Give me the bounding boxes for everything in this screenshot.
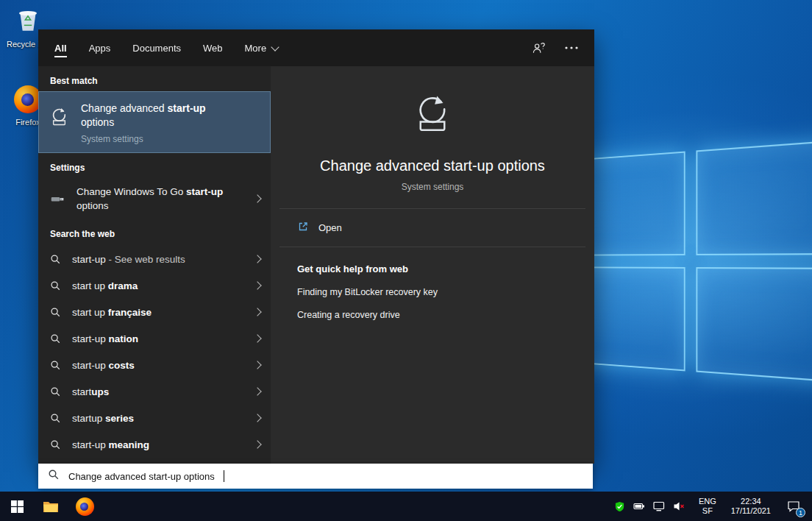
network-icon[interactable] <box>653 500 665 512</box>
chevron-right-icon <box>253 308 261 316</box>
chevron-right-icon <box>253 414 261 422</box>
suggestion-text: start up drama <box>72 280 138 291</box>
windows-logo-icon <box>11 500 24 513</box>
start-search-panel: All Apps Documents Web More <box>38 29 594 464</box>
feedback-icon[interactable] <box>532 41 546 55</box>
tab-more-label: More <box>245 43 267 54</box>
chevron-right-icon <box>253 334 261 342</box>
advanced-startup-icon <box>49 107 70 152</box>
suggestion-text: start-up - See web results <box>72 254 185 265</box>
file-explorer-button[interactable] <box>34 492 68 521</box>
search-icon <box>50 360 61 371</box>
web-suggestion-row[interactable]: startups <box>38 378 271 405</box>
web-suggestion-list: start-up - See web resultsstart up drama… <box>38 244 271 458</box>
tab-apps[interactable]: Apps <box>89 29 111 66</box>
search-input[interactable]: Change advanced start-up options <box>68 471 215 482</box>
best-match-header: Best match <box>38 66 271 91</box>
clock[interactable]: 22:34 17/11/2021 <box>724 492 778 521</box>
suggestion-text: start-up meaning <box>72 439 149 450</box>
search-icon <box>50 386 61 397</box>
tab-all[interactable]: All <box>54 29 67 66</box>
help-link-recovery-drive[interactable]: Creating a recovery drive <box>297 310 568 320</box>
chevron-right-icon <box>253 194 261 202</box>
time-text: 22:34 <box>741 497 761 506</box>
tab-documents[interactable]: Documents <box>132 29 181 66</box>
search-icon <box>50 333 61 344</box>
settings-result-text: Change Windows To Go start-up options <box>76 185 225 213</box>
tab-web[interactable]: Web <box>203 29 223 66</box>
chevron-right-icon <box>253 440 261 448</box>
preview-panel: Change advanced start-up options System … <box>271 66 594 464</box>
open-label: Open <box>318 222 342 233</box>
tab-more[interactable]: More <box>245 29 279 66</box>
volume-muted-icon[interactable] <box>673 500 685 512</box>
tab-all-label: All <box>54 43 67 54</box>
battery-icon[interactable] <box>633 500 645 512</box>
action-center-button[interactable]: 1 <box>778 492 812 521</box>
settings-result[interactable]: Change Windows To Go start-up options <box>38 178 271 219</box>
web-suggestion-row[interactable]: start-up meaning <box>38 431 271 458</box>
date-text: 17/11/2021 <box>731 506 771 516</box>
desktop: Recycle Bin Firefox All Apps Documents W… <box>0 0 812 521</box>
file-explorer-icon <box>42 497 60 515</box>
preview-subtitle: System settings <box>402 182 464 192</box>
help-link-bitlocker[interactable]: Finding my BitLocker recovery key <box>297 287 568 297</box>
web-suggestion-row[interactable]: start-up - See web results <box>38 246 271 272</box>
firefox-icon <box>76 497 94 516</box>
wallpaper-pane <box>696 267 812 382</box>
chevron-right-icon <box>253 387 261 395</box>
open-icon <box>297 221 309 235</box>
tab-documents-label: Documents <box>132 43 181 54</box>
suggestion-text: startups <box>72 386 109 397</box>
suggestion-text: start up française <box>72 307 152 318</box>
language-indicator[interactable]: ENG SF <box>691 492 724 521</box>
more-options-icon[interactable] <box>565 46 578 49</box>
search-icon <box>50 280 61 291</box>
web-suggestion-row[interactable]: start-up costs <box>38 352 271 378</box>
tab-apps-label: Apps <box>89 43 111 54</box>
chevron-down-icon <box>271 43 279 51</box>
open-action[interactable]: Open <box>271 209 594 247</box>
taskbar: ENG SF 22:34 17/11/2021 1 <box>0 492 812 521</box>
suggestion-text: startup series <box>72 413 134 424</box>
search-icon <box>50 439 61 450</box>
language-code: ENG <box>699 497 716 506</box>
search-web-header: Search the web <box>38 219 271 244</box>
search-icon <box>48 469 60 483</box>
notification-badge: 1 <box>796 508 805 517</box>
suggestion-text: start-up costs <box>72 360 135 371</box>
search-box[interactable]: Change advanced start-up options <box>38 464 593 489</box>
web-suggestion-row[interactable]: startup series <box>38 405 271 431</box>
suggestion-text: start-up nation <box>72 333 138 344</box>
preview-title: Change advanced start-up options <box>320 157 545 174</box>
chevron-right-icon <box>253 255 261 263</box>
text-caret <box>224 470 224 482</box>
chevron-right-icon <box>253 361 261 369</box>
search-results-column: Best match Change advanced start-up opti… <box>38 66 271 464</box>
wallpaper-windows-logo <box>571 141 812 383</box>
web-suggestion-row[interactable]: start up française <box>38 299 271 325</box>
start-button[interactable] <box>0 492 34 521</box>
best-match-title: Change advanced start-up options <box>81 102 229 130</box>
search-icon <box>50 413 61 424</box>
web-suggestion-row[interactable]: start-up nation <box>38 325 271 352</box>
best-match-result[interactable]: Change advanced start-up options System … <box>38 91 271 153</box>
best-match-subtitle: System settings <box>81 134 229 144</box>
firefox-taskbar-button[interactable] <box>68 492 102 521</box>
chevron-right-icon <box>253 281 261 289</box>
wallpaper-pane <box>696 141 812 255</box>
tab-web-label: Web <box>203 43 223 54</box>
security-icon[interactable] <box>614 501 625 512</box>
language-region: SF <box>702 506 713 516</box>
search-filter-tabs: All Apps Documents Web More <box>38 29 594 66</box>
search-icon <box>50 254 61 265</box>
web-suggestion-row[interactable]: start up drama <box>38 272 271 299</box>
usb-drive-icon <box>50 191 65 207</box>
settings-header: Settings <box>38 153 271 178</box>
help-header: Get quick help from web <box>297 263 568 274</box>
search-icon <box>50 307 61 318</box>
advanced-startup-icon-large <box>410 93 455 140</box>
